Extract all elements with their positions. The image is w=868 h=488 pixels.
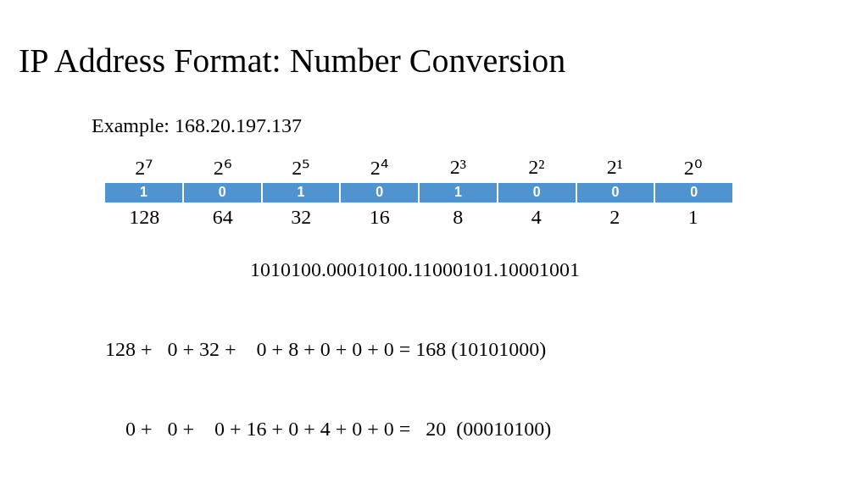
- binary-string: 1010100.00010100.11000101.10001001: [250, 258, 580, 281]
- powers-row: 2⁷ 2⁶ 2⁵ 2⁴ 2³ 2² 2¹ 2⁰: [105, 152, 732, 183]
- power-cell: 2¹: [576, 152, 654, 183]
- calc-line: 0 + 0 + 0 + 16 + 0 + 4 + 0 + 0 = 20 (000…: [105, 416, 551, 442]
- power-cell: 2⁶: [184, 152, 263, 183]
- power-cell: 2⁷: [105, 152, 184, 183]
- power-cell: 2⁵: [262, 152, 341, 183]
- bit-cell: 0: [577, 183, 656, 202]
- value-cell: 2: [576, 202, 654, 232]
- bit-cell: 1: [105, 183, 184, 202]
- value-cell: 8: [419, 202, 498, 232]
- power-cell: 2⁴: [341, 152, 420, 183]
- power-cell: 2²: [498, 152, 576, 183]
- power-cell: 2³: [419, 152, 498, 183]
- slide-title: IP Address Format: Number Conversion: [19, 41, 565, 80]
- bit-cell: 1: [420, 183, 498, 202]
- value-cell: 16: [341, 202, 420, 232]
- value-cell: 4: [498, 202, 576, 232]
- value-cell: 64: [184, 202, 263, 232]
- value-cell: 32: [262, 202, 341, 232]
- calc-line: 128 + 0 + 32 + 0 + 8 + 0 + 0 + 0 = 168 (…: [105, 336, 551, 363]
- bit-cell: 1: [263, 183, 342, 202]
- bit-cell: 0: [341, 183, 420, 202]
- bit-cell: 0: [184, 183, 263, 202]
- calculations-block: 128 + 0 + 32 + 0 + 8 + 0 + 0 + 0 = 168 (…: [105, 284, 551, 488]
- example-label: Example: 168.20.197.137: [92, 114, 302, 137]
- conversion-table: 2⁷ 2⁶ 2⁵ 2⁴ 2³ 2² 2¹ 2⁰ 1 0 1 0 1 0 0 0 …: [105, 152, 732, 232]
- values-row: 128 64 32 16 8 4 2 1: [105, 202, 732, 232]
- bit-cell: 0: [655, 183, 732, 202]
- bit-cell: 0: [498, 183, 577, 202]
- value-cell: 1: [654, 202, 733, 232]
- value-cell: 128: [105, 202, 184, 232]
- power-cell: 2⁰: [654, 152, 733, 183]
- bits-row: 1 0 1 0 1 0 0 0: [105, 183, 732, 202]
